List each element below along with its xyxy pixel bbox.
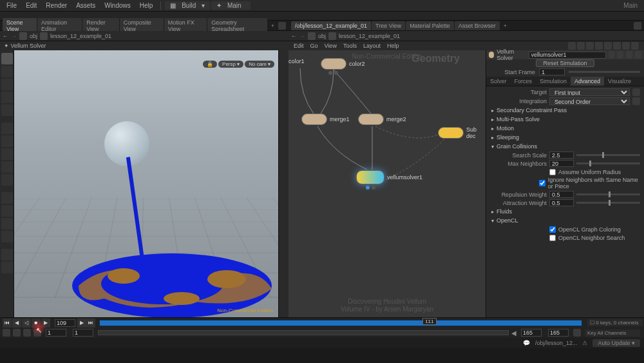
start-frame-input[interactable] bbox=[539, 68, 565, 75]
tool-arrow-icon[interactable] bbox=[1, 66, 13, 77]
net-node-icon[interactable] bbox=[328, 32, 336, 40]
tool-snap3-icon[interactable] bbox=[1, 148, 13, 160]
timeline-marker[interactable]: 111 bbox=[422, 318, 436, 325]
tab-tree-view[interactable]: Tree View bbox=[372, 21, 405, 30]
param-tab-advanced[interactable]: Advanced bbox=[571, 77, 604, 86]
tool-select-icon[interactable] bbox=[1, 53, 13, 64]
range-eend-input[interactable] bbox=[548, 329, 569, 337]
net-fwd-icon[interactable]: → bbox=[299, 33, 305, 39]
integration-dropdown[interactable]: Second Order bbox=[549, 97, 630, 105]
param-tab-forces[interactable]: Forces bbox=[511, 77, 536, 86]
play-button[interactable]: ▶ bbox=[41, 319, 50, 328]
path-fwd-icon[interactable]: → bbox=[11, 33, 17, 39]
tool-snap2-icon[interactable] bbox=[1, 135, 13, 147]
net-tool8-icon[interactable] bbox=[631, 42, 639, 50]
menu-windows[interactable]: Windows bbox=[100, 1, 135, 10]
range-start-input[interactable] bbox=[46, 329, 66, 337]
step-fwd-button[interactable]: ▶ bbox=[77, 319, 86, 328]
integration-spin-icon[interactable] bbox=[632, 97, 640, 105]
node-decon[interactable]: Sub dec bbox=[438, 126, 477, 139]
target-spin-icon[interactable] bbox=[632, 88, 640, 96]
tool-snap-icon[interactable] bbox=[1, 123, 13, 134]
menu-file[interactable]: File bbox=[3, 1, 21, 10]
netmenu-help[interactable]: Help bbox=[384, 42, 402, 50]
section-opencl[interactable]: ▾OpenCL bbox=[489, 216, 641, 225]
goto-end-button[interactable]: ⏭ bbox=[86, 319, 95, 328]
max-neighbors-slider[interactable] bbox=[576, 162, 640, 164]
net-tool5-icon[interactable] bbox=[604, 42, 612, 50]
auto-update-dropdown[interactable]: Auto Update ▾ bbox=[592, 339, 640, 347]
path-back-icon[interactable]: ← bbox=[3, 33, 8, 39]
attraction-slider[interactable] bbox=[576, 202, 640, 204]
net-back-icon[interactable]: ← bbox=[291, 33, 297, 39]
param-gear-icon[interactable] bbox=[609, 51, 615, 59]
stop-button[interactable]: ■ bbox=[32, 319, 41, 328]
vp-persp-dropdown[interactable]: Persp ▾ bbox=[218, 61, 243, 68]
main-dropdown[interactable]: ✦ Main bbox=[211, 1, 250, 10]
right-pane-menu-icon[interactable] bbox=[634, 22, 641, 30]
section-fluids[interactable]: ▸Fluids bbox=[489, 207, 641, 216]
vp-lock-icon[interactable]: 🔒 bbox=[203, 61, 217, 68]
node-merge2[interactable]: merge2 bbox=[358, 113, 406, 125]
node-merge1[interactable]: merge1 bbox=[301, 113, 350, 125]
vp-camera-dropdown[interactable]: No cam ▾ bbox=[245, 61, 274, 68]
step-back-button[interactable]: ◀ bbox=[12, 319, 21, 328]
assume-uniform-checkbox[interactable] bbox=[549, 169, 556, 175]
tool-rotate-icon[interactable] bbox=[1, 92, 13, 103]
opencl-neighbor-search-checkbox[interactable] bbox=[549, 235, 556, 241]
tool-view2-icon[interactable] bbox=[1, 205, 13, 217]
right-tab-add[interactable]: + bbox=[500, 21, 510, 30]
status-chat-icon[interactable]: 💬 bbox=[523, 340, 530, 346]
tool-view3-icon[interactable] bbox=[1, 218, 13, 230]
left-pane-menu-icon[interactable] bbox=[278, 22, 286, 30]
param-help-icon[interactable] bbox=[635, 51, 641, 59]
netmenu-view[interactable]: View bbox=[322, 42, 339, 50]
tab-network-path[interactable]: /obj/lesson_12_example_01 bbox=[291, 21, 371, 30]
net-tool1-icon[interactable] bbox=[568, 42, 576, 50]
repulsion-slider[interactable] bbox=[576, 193, 640, 195]
net-path-node[interactable]: lesson_12_example_01 bbox=[339, 33, 400, 39]
opencl-graph-coloring-checkbox[interactable] bbox=[549, 226, 556, 233]
net-tool2-icon[interactable] bbox=[577, 42, 585, 50]
netmenu-tools[interactable]: Tools bbox=[341, 42, 359, 50]
tool-view1-icon[interactable] bbox=[1, 192, 13, 204]
net-tool7-icon[interactable] bbox=[622, 42, 630, 50]
tool-snap5-icon[interactable] bbox=[1, 174, 13, 186]
ignore-neighbors-checkbox[interactable] bbox=[539, 180, 545, 186]
viewport-3d[interactable]: 🔒 Persp ▾ No cam ▾ bbox=[14, 50, 278, 317]
tool-view4-icon[interactable] bbox=[1, 231, 13, 242]
netmenu-go[interactable]: Go bbox=[308, 42, 321, 50]
menu-render[interactable]: Render bbox=[42, 1, 71, 10]
status-warn-icon[interactable]: ⚠ bbox=[582, 340, 587, 346]
max-neighbors-input[interactable] bbox=[549, 160, 574, 167]
net-tool3-icon[interactable] bbox=[586, 42, 594, 50]
tool-misc1-icon[interactable] bbox=[1, 249, 13, 260]
tl-audio-icon[interactable] bbox=[33, 329, 41, 337]
current-frame-input[interactable] bbox=[55, 319, 75, 327]
path-node[interactable]: lesson_12_example_01 bbox=[50, 33, 111, 39]
search-scale-slider[interactable] bbox=[576, 154, 640, 156]
node-color1[interactable]: color1 bbox=[289, 58, 305, 64]
tab-asset-browser[interactable]: Asset Browser bbox=[455, 21, 500, 30]
timeline-range-slider[interactable] bbox=[98, 330, 509, 335]
path-node-icon[interactable] bbox=[40, 32, 48, 40]
timeline-track[interactable]: 111 bbox=[99, 320, 582, 326]
section-secondary[interactable]: ▸Secondary Constraint Pass bbox=[489, 106, 641, 115]
param-tab-simulation[interactable]: Simulation bbox=[536, 77, 571, 86]
section-grain[interactable]: ▾Grain Collisions bbox=[489, 142, 641, 151]
net-tool4-icon[interactable] bbox=[595, 42, 603, 50]
path-obj-icon[interactable] bbox=[19, 32, 27, 40]
menu-assets[interactable]: Assets bbox=[72, 1, 99, 10]
play-back-button[interactable]: ◁ bbox=[22, 319, 31, 328]
tl-opt1-icon[interactable] bbox=[3, 329, 10, 337]
node-vellumsolver[interactable]: vellumsolver1 bbox=[356, 170, 422, 184]
attraction-input[interactable] bbox=[549, 199, 574, 206]
node-color2[interactable]: color2 bbox=[321, 58, 365, 70]
key-all-button[interactable]: Key All Channels bbox=[585, 329, 640, 337]
tool-snap4-icon[interactable] bbox=[1, 161, 13, 173]
tool-move-icon[interactable] bbox=[1, 79, 13, 90]
desktop-dropdown[interactable]: ▦ Build ▾ bbox=[165, 1, 210, 10]
search-scale-input[interactable] bbox=[549, 152, 574, 159]
path-obj[interactable]: obj bbox=[30, 33, 37, 39]
left-tab-add[interactable]: + bbox=[268, 21, 278, 30]
